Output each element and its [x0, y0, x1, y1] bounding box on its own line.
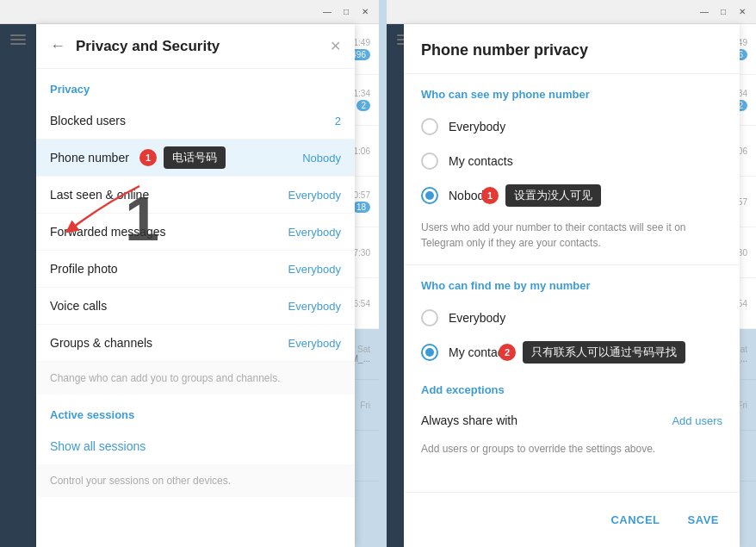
show-sessions-item[interactable]: Show all sessions [36, 428, 355, 464]
blocked-users-label: Blocked users [50, 114, 335, 127]
groups-value: Everybody [288, 337, 341, 350]
radio-everybody-2[interactable]: Everybody [404, 301, 740, 335]
panel-header: ← Privacy and Security ✕ [36, 24, 355, 69]
annotation-circle-1: 1 [139, 149, 157, 166]
forwarded-label: Forwarded messages [50, 225, 288, 239]
show-sessions-label: Show all sessions [50, 439, 146, 453]
annotation-1-left: 1 电话号码 [139, 146, 226, 169]
cancel-button[interactable]: CANCEL [607, 507, 663, 533]
voice-calls-item[interactable]: Voice calls Everybody [36, 288, 355, 325]
right-minimize-btn[interactable]: — [697, 5, 711, 19]
radio-everybody-2-label: Everybody [449, 311, 505, 325]
right-content: 1:49 496 1:34 2 21:06 [387, 24, 756, 547]
radio-nobody-1[interactable]: Nobody 1 设置为没人可见 [404, 178, 740, 213]
right-close-btn[interactable]: ✕ [735, 5, 749, 19]
dialog-actions: CANCEL SAVE [404, 492, 740, 547]
left-content: ... 1:49 5496 1:34 2 [0, 24, 379, 547]
forwarded-messages-item[interactable]: Forwarded messages Everybody [36, 214, 355, 251]
groups-hint: Change who can add you to groups and cha… [36, 362, 355, 395]
chat-badge-2: 2 [356, 100, 370, 111]
chat-time-8: Fri [360, 401, 370, 410]
forwarded-value: Everybody [288, 226, 341, 239]
chat-badge-4: 18 [352, 202, 370, 213]
annotation-label-1: 电话号码 [164, 146, 226, 169]
close-btn-left[interactable]: ✕ [358, 5, 372, 19]
panel-body: Privacy Blocked users 2 Phone number 1 电… [36, 69, 355, 547]
radio-nobody-1-circle[interactable] [421, 187, 438, 204]
radio-everybody-2-circle[interactable] [421, 309, 438, 326]
maximize-btn[interactable]: □ [339, 5, 353, 19]
right-maximize-btn[interactable]: □ [716, 5, 730, 19]
always-share-row: Always share with Add users [404, 405, 740, 436]
section2-label: Who can find me by my number [404, 265, 740, 301]
phone-privacy-dialog: Phone number privacy Who can see my phon… [404, 24, 740, 547]
telegram-sidebar [0, 24, 36, 547]
annotation-2-right: 2 只有联系人可以通过号码寻找 [499, 341, 685, 364]
radio-everybody-1[interactable]: Everybody [404, 109, 740, 144]
groups-label: Groups & channels [50, 336, 288, 350]
annotation-label-r1: 设置为没人可见 [505, 184, 601, 207]
chat-meta-2: 1:34 2 [354, 89, 370, 111]
phone-number-item[interactable]: Phone number 1 电话号码 Nobody [36, 140, 355, 177]
active-sessions-label: Active sessions [36, 395, 355, 428]
profile-photo-value: Everybody [288, 263, 341, 276]
radio-mycontacts-2-circle[interactable] [421, 344, 438, 361]
radio-mycontacts-1-label: My contacts [449, 154, 513, 168]
exceptions-label: Add exceptions [404, 370, 740, 405]
big-number-1: 1 [125, 188, 159, 250]
last-seen-item[interactable]: Last seen & online Everybody [36, 177, 355, 214]
radio-everybody-1-circle[interactable] [421, 118, 438, 135]
save-button[interactable]: SAVE [685, 507, 722, 533]
right-window: — □ ✕ 1:49 496 [387, 0, 756, 547]
profile-photo-label: Profile photo [50, 262, 288, 276]
minimize-btn[interactable]: — [320, 5, 334, 19]
privacy-section-label: Privacy [36, 69, 355, 103]
privacy-panel: ← Privacy and Security ✕ Privacy Blocked… [36, 24, 355, 547]
blocked-users-item[interactable]: Blocked users 2 [36, 103, 355, 140]
radio-mycontacts-2[interactable]: My contacts 2 只有联系人可以通过号码寻找 [404, 335, 740, 370]
chat-time-2: 1:34 [354, 89, 370, 98]
groups-channels-item[interactable]: Groups & channels Everybody [36, 325, 355, 362]
sessions-hint: Control your sessions on other devices. [36, 464, 355, 497]
voice-calls-value: Everybody [288, 300, 341, 313]
radio-mycontacts-1[interactable]: My contacts [404, 144, 740, 178]
profile-photo-item[interactable]: Profile photo Everybody [36, 251, 355, 288]
last-seen-value: Everybody [288, 189, 341, 202]
panel-title: Privacy and Security [76, 38, 319, 55]
blocked-users-count: 2 [335, 115, 341, 127]
phone-number-value: Nobody [302, 152, 341, 165]
annotation-circle-r1: 1 [481, 187, 499, 204]
dialog-header: Phone number privacy [404, 24, 740, 74]
hamburger-menu[interactable] [7, 31, 29, 48]
add-users-button[interactable]: Add users [672, 414, 722, 427]
annotation-label-r2: 只有联系人可以通过号码寻找 [523, 341, 685, 364]
panel-close-button[interactable]: ✕ [330, 38, 341, 54]
dialog-title: Phone number privacy [421, 41, 722, 59]
section1-label: Who can see my phone number [404, 74, 740, 109]
voice-calls-label: Voice calls [50, 299, 288, 313]
radio-mycontacts-1-circle[interactable] [421, 152, 438, 170]
exceptions-note: Add users or groups to override the sett… [404, 436, 740, 469]
radio-everybody-1-label: Everybody [449, 120, 505, 134]
chat-meta-8: Fri [360, 401, 370, 410]
dialog-note-1: Users who add your number to their conta… [404, 213, 740, 265]
right-titlebar: — □ ✕ [387, 0, 756, 24]
always-share-text: Always share with [421, 413, 672, 427]
left-window: — □ ✕ ... 1:49 5496 [0, 0, 379, 547]
left-titlebar: — □ ✕ [0, 0, 379, 24]
annotation-circle-r2: 2 [499, 344, 516, 361]
annotation-1-right: 1 设置为没人可见 [481, 184, 601, 207]
last-seen-label: Last seen & online [50, 188, 288, 202]
back-button[interactable]: ← [50, 37, 65, 55]
